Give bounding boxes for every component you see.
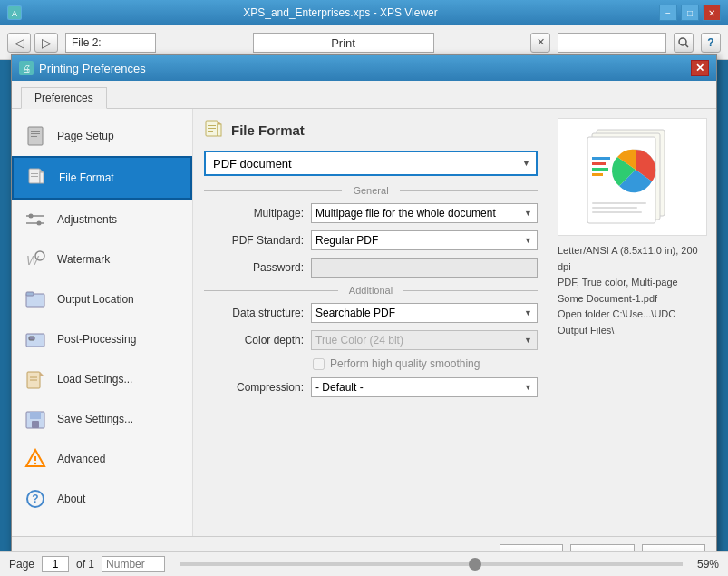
additional-label: Additional	[344, 285, 398, 296]
svg-rect-39	[208, 128, 216, 129]
smoothing-label: Perform high quality smoothing	[330, 357, 480, 370]
preview-info-line-1: Letter/ANSI A (8.5x11.0 in), 200 dpi	[558, 243, 707, 275]
data-structure-row: Data structure: Searchable PDF	[204, 303, 538, 323]
password-input[interactable]	[311, 258, 538, 278]
sidebar-item-post-processing[interactable]: Post-Processing	[12, 319, 192, 359]
zoom-slider[interactable]	[180, 562, 683, 566]
svg-rect-46	[592, 162, 606, 165]
page-number-input[interactable]	[42, 556, 69, 572]
window-title: XPS_and_Enterprises.xps - XPS Viewer	[22, 6, 659, 19]
file-input[interactable]	[65, 33, 156, 53]
sidebar-label-save-settings: Save Settings...	[57, 413, 133, 425]
help-button[interactable]: ?	[701, 33, 721, 53]
sidebar-item-about[interactable]: ? About	[12, 479, 192, 519]
sidebar-item-load-settings[interactable]: Load Settings...	[12, 359, 192, 399]
sidebar-item-watermark[interactable]: W Watermark	[12, 239, 192, 279]
app-icon: A	[7, 5, 22, 20]
sidebar-label-about: About	[57, 493, 85, 505]
sidebar-item-advanced[interactable]: Advanced	[12, 439, 192, 479]
section-header: File Format	[204, 120, 538, 140]
svg-rect-10	[40, 172, 44, 183]
svg-rect-45	[592, 157, 610, 160]
sidebar-item-file-format[interactable]: File Format	[12, 156, 192, 200]
sidebar-label-output-location: Output Location	[57, 293, 134, 306]
statusbar: Page of 1 59%	[0, 551, 728, 576]
back-button[interactable]: ◁	[7, 33, 31, 53]
search-input[interactable]	[558, 33, 666, 53]
sidebar-item-adjustments[interactable]: Adjustments	[12, 200, 192, 239]
sidebar-label-load-settings: Load Settings...	[57, 373, 132, 386]
sidebar-item-page-setup[interactable]: Page Setup	[12, 116, 192, 156]
toolbar-title: Print	[253, 33, 434, 53]
sidebar-item-output-location[interactable]: Output Location	[12, 279, 192, 319]
pdf-standard-label: PDF Standard:	[204, 234, 304, 247]
svg-rect-22	[29, 337, 34, 340]
tab-bar: Preferences	[12, 81, 716, 109]
pdf-standard-select-wrapper: Regular PDF	[311, 230, 538, 250]
general-label: General	[347, 185, 393, 196]
toolbar-close-button[interactable]: ✕	[530, 33, 550, 53]
tab-preferences[interactable]: Preferences	[21, 87, 107, 109]
minimize-button[interactable]: −	[659, 5, 677, 21]
smoothing-row: Perform high quality smoothing	[204, 357, 538, 370]
data-structure-select-wrapper: Searchable PDF	[311, 303, 538, 323]
sidebar-label-post-processing: Post-Processing	[57, 333, 136, 346]
output-location-icon	[23, 287, 48, 312]
password-row: Password:	[204, 258, 538, 278]
svg-text:?: ?	[32, 493, 38, 505]
additional-divider: Additional	[204, 285, 538, 296]
compression-label: Compression:	[204, 381, 304, 394]
close-button[interactable]: ✕	[703, 5, 721, 21]
data-structure-select[interactable]: Searchable PDF	[311, 303, 538, 323]
preview-panel: Letter/ANSI A (8.5x11.0 in), 200 dpi PDF…	[548, 109, 716, 536]
maximize-button[interactable]: □	[681, 5, 699, 21]
dialog-titlebar: 🖨 Printing Preferences ✕	[12, 55, 716, 81]
number-input[interactable]	[102, 556, 165, 572]
multipage-select-wrapper: Multipage file for the whole document	[311, 203, 538, 223]
preview-info-line-2: PDF, True color, Multi-page	[558, 275, 707, 291]
svg-marker-9	[40, 169, 44, 172]
sidebar-label-file-format: File Format	[59, 171, 114, 184]
format-select-wrapper: PDF document Image Text XPS	[204, 151, 538, 176]
sidebar-label-adjustments: Adjustments	[57, 213, 117, 226]
title-bar: A XPS_and_Enterprises.xps - XPS Viewer −…	[0, 0, 728, 25]
pdf-standard-select[interactable]: Regular PDF	[311, 230, 538, 250]
multipage-label: Multipage:	[204, 207, 304, 220]
dialog-icon: 🖨	[19, 61, 34, 75]
svg-rect-12	[31, 176, 38, 177]
svg-rect-6	[31, 133, 40, 134]
format-select[interactable]: PDF document Image Text XPS	[204, 151, 538, 176]
window-controls: − □ ✕	[659, 5, 721, 21]
sidebar-label-advanced: Advanced	[57, 453, 105, 465]
compression-row: Compression: - Default -	[204, 377, 538, 397]
color-depth-label: Color depth:	[204, 334, 304, 347]
dialog-title: Printing Preferences	[39, 62, 146, 75]
smoothing-checkbox[interactable]	[313, 358, 325, 370]
general-divider: General	[204, 185, 538, 196]
svg-marker-24	[40, 372, 44, 376]
dialog-body: Page Setup File Format Adjustments	[12, 109, 716, 536]
dialog-close-button[interactable]: ✕	[691, 60, 709, 76]
watermark-icon: W	[23, 247, 48, 272]
svg-rect-5	[31, 131, 40, 132]
svg-rect-20	[26, 292, 34, 296]
svg-rect-38	[208, 125, 216, 126]
sidebar-label-watermark: Watermark	[57, 253, 110, 266]
compression-select[interactable]: - Default -	[311, 377, 538, 397]
about-icon: ?	[23, 486, 48, 512]
preview-info-line-4: Open folder C:\Use...\UDC Output Files\	[558, 307, 707, 338]
search-button[interactable]	[674, 33, 694, 53]
page-setup-icon	[23, 123, 48, 149]
svg-rect-50	[592, 207, 637, 209]
svg-rect-49	[592, 202, 646, 204]
password-label: Password:	[204, 261, 304, 274]
printing-preferences-dialog: 🖨 Printing Preferences ✕ Preferences Pag…	[11, 54, 717, 576]
save-settings-icon	[23, 406, 48, 432]
multipage-select[interactable]: Multipage file for the whole document	[311, 203, 538, 223]
svg-rect-37	[218, 124, 221, 136]
forward-button[interactable]: ▷	[34, 33, 58, 53]
pdf-standard-row: PDF Standard: Regular PDF	[204, 230, 538, 250]
sidebar-item-save-settings[interactable]: Save Settings...	[12, 399, 192, 439]
color-depth-select[interactable]: True Color (24 bit)	[311, 330, 538, 350]
sidebar-label-page-setup: Page Setup	[57, 130, 114, 142]
